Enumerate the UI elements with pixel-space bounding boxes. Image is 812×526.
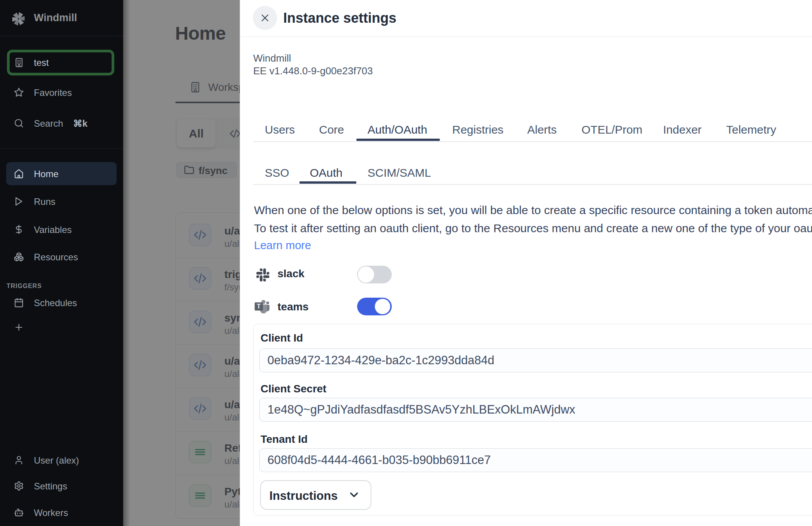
svg-text:T: T <box>257 303 261 310</box>
